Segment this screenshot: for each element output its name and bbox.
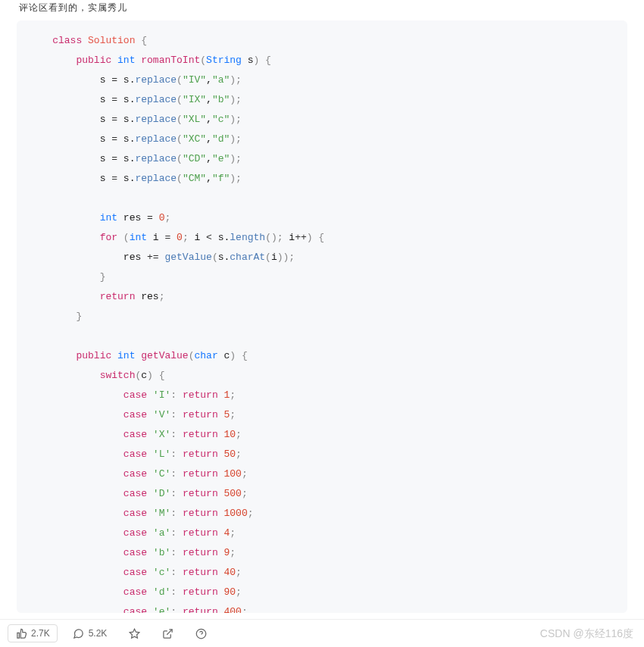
thumbs-up-icon [15,627,27,639]
share-icon [161,627,174,639]
help-button[interactable] [189,624,213,642]
comment-icon [73,627,85,639]
comment-text: 评论区看到的，实属秀儿 [0,0,644,20]
favorite-button[interactable] [122,624,146,642]
comment-count: 5.2K [89,628,108,639]
star-icon [128,627,140,639]
toolbar: 2.7K 5.2K [0,619,644,647]
like-count: 2.7K [31,628,50,639]
code-content: class Solution { public int romanToInt(S… [29,31,615,613]
comment-button[interactable]: 5.2K [67,624,114,642]
question-icon [195,627,207,639]
svg-marker-0 [130,629,139,638]
svg-line-1 [167,629,172,634]
share-button[interactable] [155,624,180,642]
code-block[interactable]: class Solution { public int romanToInt(S… [17,20,627,613]
like-button[interactable]: 2.7K [8,624,58,642]
